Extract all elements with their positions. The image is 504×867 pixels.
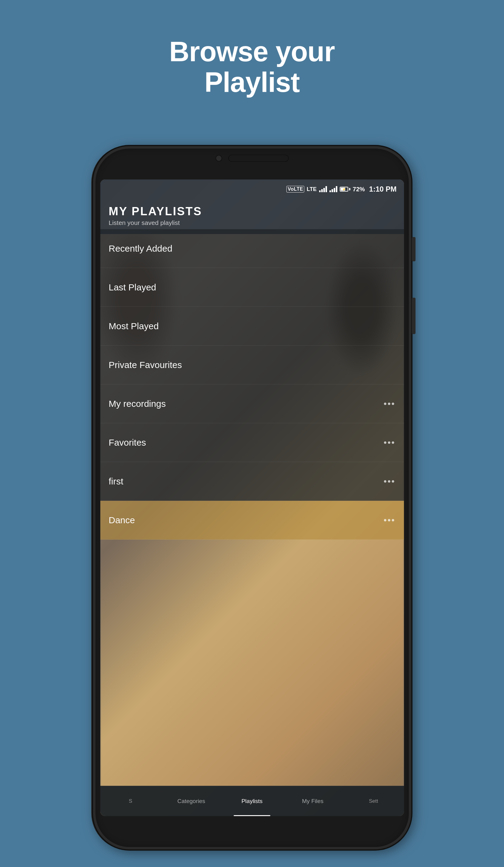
- playlist-container: Recently Added Last Played Most Played P…: [100, 229, 404, 786]
- bar6: [332, 189, 333, 192]
- nav-label-my-files: My Files: [302, 798, 324, 804]
- list-item-most-played[interactable]: Most Played: [100, 307, 404, 345]
- list-item-favorites[interactable]: Favorites •••: [100, 423, 404, 462]
- nav-item-my-files[interactable]: My Files: [282, 786, 343, 816]
- nav-label-categories: Categories: [177, 798, 205, 804]
- more-options-icon[interactable]: •••: [384, 515, 395, 525]
- nav-item-categories[interactable]: Categories: [161, 786, 222, 816]
- app-title: MY PLAYLISTS: [109, 205, 396, 218]
- list-item-last-played[interactable]: Last Played: [100, 268, 404, 307]
- app-header: MY PLAYLISTS Listen your saved playlist: [100, 199, 404, 233]
- power-button: [412, 298, 416, 334]
- bar5: [330, 190, 331, 192]
- camera-dot: [215, 155, 222, 162]
- bar7: [334, 188, 335, 192]
- bar2: [321, 189, 323, 192]
- page-title: Browse your Playlist: [169, 36, 335, 98]
- nav-item-settings[interactable]: Sett: [343, 786, 404, 816]
- status-bar: VoLTE LTE: [100, 180, 404, 199]
- phone-device: VoLTE LTE: [93, 146, 411, 849]
- phone-top-hardware: [215, 154, 289, 162]
- playlist-label: Favorites: [109, 437, 146, 448]
- list-item-dance[interactable]: Dance •••: [100, 501, 404, 539]
- list-item-first[interactable]: first •••: [100, 462, 404, 501]
- playlist-label: Last Played: [109, 282, 157, 292]
- battery-tip: [349, 188, 350, 190]
- nav-item-playlists[interactable]: Playlists: [222, 786, 282, 816]
- more-options-icon[interactable]: •••: [384, 399, 395, 409]
- volume-button: [412, 237, 416, 261]
- bar3: [323, 188, 325, 192]
- nav-label-settings: Sett: [369, 798, 378, 804]
- playlist-label: Most Played: [109, 321, 159, 331]
- playlist-label: Dance: [109, 515, 135, 525]
- more-options-icon[interactable]: •••: [384, 477, 395, 486]
- bar1: [319, 190, 321, 192]
- bar4: [325, 186, 327, 192]
- bar8: [336, 186, 337, 192]
- battery-icon: ⚡: [340, 187, 350, 192]
- time-display: 1:10 PM: [369, 185, 397, 193]
- bottom-nav: S Categories Playlists My Files Sett: [100, 786, 404, 816]
- playlist-label: first: [109, 476, 124, 486]
- playlist-label: Recently Added: [109, 244, 172, 254]
- signal-bars-2: [330, 186, 337, 192]
- list-item-recently-added[interactable]: Recently Added: [100, 229, 404, 268]
- status-icons: VoLTE LTE: [286, 185, 396, 193]
- nav-label-songs: S: [129, 798, 132, 804]
- battery-body: ⚡: [340, 187, 348, 192]
- list-item-private-favourites[interactable]: Private Favourites: [100, 345, 404, 384]
- phone-screen: VoLTE LTE: [100, 180, 404, 816]
- nav-item-songs[interactable]: S: [100, 786, 161, 816]
- volte-label: VoLTE: [286, 186, 304, 193]
- playlist-label: Private Favourites: [109, 360, 182, 370]
- more-options-icon[interactable]: •••: [384, 438, 395, 448]
- app-subtitle: Listen your saved playlist: [109, 219, 396, 226]
- lte-label: LTE: [307, 186, 317, 193]
- list-item-my-recordings[interactable]: My recordings •••: [100, 384, 404, 423]
- signal-bars: [319, 186, 327, 192]
- speaker-grille: [228, 154, 289, 162]
- nav-label-playlists: Playlists: [242, 798, 263, 804]
- battery-bolt: ⚡: [342, 188, 346, 191]
- battery-percent: 72%: [353, 186, 365, 193]
- playlist-label: My recordings: [109, 399, 166, 409]
